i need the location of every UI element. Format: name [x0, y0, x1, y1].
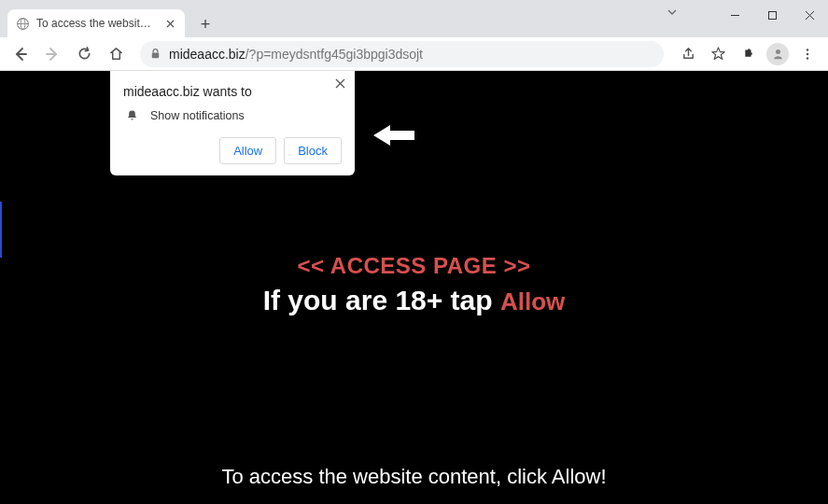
- access-page-heading: << ACCESS PAGE >>: [263, 253, 566, 279]
- arrow-left-icon: [373, 122, 414, 148]
- browser-toolbar: mideaacc.biz/?p=meydsntfg45gi3bpgi3dsojt: [0, 37, 828, 71]
- svg-rect-1: [768, 11, 776, 19]
- prompt-permission-label: Show notifications: [150, 109, 245, 122]
- home-button[interactable]: [103, 41, 129, 67]
- svg-marker-12: [711, 48, 723, 60]
- new-tab-button[interactable]: +: [192, 11, 218, 37]
- bell-icon: [125, 108, 139, 122]
- svg-point-14: [807, 49, 808, 50]
- window-controls: [716, 0, 828, 30]
- block-button[interactable]: Block: [284, 137, 342, 164]
- svg-marker-19: [373, 125, 414, 146]
- lock-icon: [149, 48, 161, 60]
- prompt-title: mideaacc.biz wants to: [123, 84, 342, 99]
- svg-point-13: [776, 49, 780, 54]
- extensions-icon[interactable]: [735, 41, 761, 67]
- tab-strip: To access the website content, cli +: [0, 7, 828, 37]
- prompt-actions: Allow Block: [123, 137, 342, 164]
- url-path: /?p=meydsntfg45gi3bpgi3dsojt: [246, 47, 423, 62]
- bookmark-star-icon[interactable]: [705, 41, 731, 67]
- prompt-permission-row: Show notifications: [123, 108, 342, 122]
- age-line-prefix: If you are 18+ tap: [263, 285, 500, 315]
- avatar[interactable]: [765, 41, 791, 67]
- share-icon[interactable]: [675, 41, 701, 67]
- menu-kebab-icon[interactable]: [794, 41, 821, 67]
- back-button[interactable]: [7, 41, 34, 67]
- age-line-allow-word: Allow: [500, 287, 565, 315]
- browser-tab[interactable]: To access the website content, cli: [7, 9, 185, 37]
- url-text: mideaacc.biz/?p=meydsntfg45gi3bpgi3dsojt: [169, 47, 654, 62]
- url-domain: mideaacc.biz: [169, 47, 246, 62]
- svg-point-16: [807, 57, 808, 59]
- window-maximize-button[interactable]: [753, 0, 791, 30]
- reload-button[interactable]: [71, 41, 97, 67]
- window-titlebar: [0, 0, 828, 7]
- tab-close-button[interactable]: [162, 16, 177, 31]
- forward-button[interactable]: [39, 41, 65, 67]
- notification-permission-prompt: mideaacc.biz wants to Show notifications…: [110, 71, 355, 175]
- page-footer-text: To access the website content, click All…: [0, 465, 828, 489]
- tab-search-chevron-icon[interactable]: [666, 6, 679, 19]
- svg-rect-11: [152, 53, 159, 59]
- tab-title: To access the website content, cli: [36, 17, 156, 30]
- window-minimize-button[interactable]: [716, 0, 753, 30]
- toolbar-right-icons: [675, 41, 821, 67]
- prompt-close-button[interactable]: [335, 78, 345, 89]
- globe-icon: [15, 16, 30, 31]
- allow-button[interactable]: Allow: [219, 137, 276, 164]
- window-close-button[interactable]: [791, 0, 828, 30]
- address-bar[interactable]: mideaacc.biz/?p=meydsntfg45gi3bpgi3dsojt: [140, 41, 664, 67]
- page-content: mideaacc.biz wants to Show notifications…: [0, 71, 828, 504]
- age-line: If you are 18+ tap Allow: [263, 285, 566, 316]
- left-edge-accent: [0, 202, 2, 258]
- page-center-message: << ACCESS PAGE >> If you are 18+ tap All…: [263, 253, 566, 316]
- svg-point-15: [807, 52, 808, 54]
